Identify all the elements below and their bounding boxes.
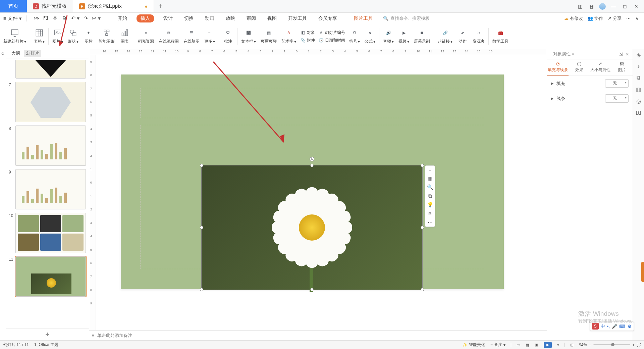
slide-thumb[interactable] bbox=[15, 60, 86, 79]
view-reading-icon[interactable]: ▣ bbox=[535, 343, 538, 347]
slide[interactable]: − ▦ 🔍 ⧉ 💡 ⧈ ⋯ bbox=[121, 74, 504, 289]
tool-collapse-icon[interactable]: − bbox=[429, 167, 432, 173]
ribbon-assets[interactable]: 🗂资源夹 bbox=[471, 27, 487, 46]
expand-icon[interactable]: ▶ bbox=[551, 97, 554, 100]
ribbon-attachment[interactable]: 📎附件 bbox=[300, 37, 316, 44]
slideshow-play-icon[interactable]: ▶ bbox=[544, 342, 552, 348]
ime-settings-icon[interactable]: ⚙ bbox=[628, 324, 632, 329]
tool-crop-icon[interactable]: ⧉ bbox=[428, 193, 432, 199]
undo-icon[interactable]: ↶ ▾ bbox=[71, 15, 79, 21]
zoom-in-icon[interactable]: + bbox=[632, 343, 635, 347]
prop-line-select[interactable]: 无 bbox=[605, 94, 629, 103]
resize-handle-ne[interactable] bbox=[421, 164, 424, 167]
mtab-dev[interactable]: 开发工具 bbox=[286, 14, 309, 22]
format-painter-icon[interactable]: ✂ ▾ bbox=[92, 15, 100, 21]
mtab-view[interactable]: 视图 bbox=[265, 14, 279, 22]
status-notes-toggle[interactable]: ≡ 备注 ▾ bbox=[490, 342, 505, 348]
ribbon-comment[interactable]: 🗨批注 bbox=[221, 27, 235, 46]
print-icon[interactable]: 🖶 bbox=[52, 15, 58, 21]
ribbon-flowchart[interactable]: ⧉在线流程图 bbox=[157, 27, 181, 46]
file-menu[interactable]: ≡ 文件 ▾ bbox=[2, 15, 23, 21]
ruler-toggle[interactable]: ⊞ bbox=[570, 343, 574, 347]
rotate-handle[interactable] bbox=[310, 157, 314, 161]
prop-close-icon[interactable]: ✕ bbox=[626, 52, 629, 57]
notes-toggle-icon[interactable]: ≡ bbox=[92, 333, 95, 338]
ribbon-symbol[interactable]: Ω符号▾ bbox=[347, 27, 362, 46]
ribbon-new-slide[interactable]: 新建幻灯片▾ bbox=[1, 27, 28, 46]
command-search[interactable]: 🔍 查找命令、搜索模板 bbox=[381, 14, 432, 22]
zoom-slider[interactable] bbox=[593, 344, 630, 345]
pane-tab-outline[interactable]: 大纲 bbox=[9, 50, 22, 57]
prop-pin-icon[interactable]: ⇲ bbox=[619, 52, 623, 57]
side-tab-handle[interactable] bbox=[641, 262, 644, 282]
ime-mic-icon[interactable]: 🎤 bbox=[612, 324, 617, 329]
prop-tab-size[interactable]: ⤢大小与属性 bbox=[590, 59, 611, 76]
preview-icon[interactable]: 🗎 bbox=[62, 15, 67, 21]
ribbon-datetime[interactable]: 🕓日期和时间 bbox=[318, 37, 346, 44]
tab-templates[interactable]: D 找稻壳模板 bbox=[27, 0, 73, 12]
ime-punct[interactable]: •, bbox=[607, 324, 610, 329]
ime-keyboard-icon[interactable]: ⌨ bbox=[619, 324, 626, 329]
tool-more-icon[interactable]: ⋯ bbox=[428, 219, 433, 225]
ribbon-table[interactable]: 表格▾ bbox=[32, 27, 47, 46]
tool-layout-icon[interactable]: ▦ bbox=[428, 176, 432, 182]
zoom-pct[interactable]: 94% bbox=[579, 343, 587, 347]
resize-handle-se[interactable] bbox=[421, 288, 424, 291]
ribbon-headerfooter[interactable]: ▤页眉页脚 bbox=[259, 27, 279, 46]
resize-handle-sw[interactable] bbox=[200, 288, 203, 291]
prop-tab-effect[interactable]: ◯效果 bbox=[569, 59, 590, 76]
ribbon-more[interactable]: ⋯更多▾ bbox=[202, 27, 217, 46]
notes-bar[interactable]: ≡ 单击此处添加备注 bbox=[89, 330, 547, 340]
maximize-icon[interactable]: ◻ bbox=[621, 4, 629, 9]
ribbon-slide-number[interactable]: #幻灯片编号 bbox=[318, 29, 346, 36]
tool-idea-icon[interactable]: 💡 bbox=[427, 202, 433, 208]
ribbon-chart[interactable]: 图表 bbox=[117, 27, 132, 46]
expand-icon[interactable]: ▶ bbox=[551, 82, 554, 85]
ribbon-smartart[interactable]: 智能图形 bbox=[97, 27, 117, 46]
ribbon-shapes[interactable]: 形状▾ bbox=[66, 27, 80, 46]
strip-book-icon[interactable]: 🕮 bbox=[636, 110, 641, 116]
mtab-start[interactable]: 开始 bbox=[116, 14, 129, 22]
tab-home[interactable]: 首页 bbox=[0, 0, 27, 12]
open-icon[interactable]: 🗁 bbox=[34, 15, 39, 21]
add-slide-button[interactable]: + bbox=[6, 328, 89, 340]
minimize-icon[interactable]: — bbox=[610, 4, 617, 9]
strip-location-icon[interactable]: ◎ bbox=[636, 98, 641, 104]
more-icon[interactable]: ⋯ bbox=[626, 16, 631, 21]
tab-add[interactable]: + bbox=[154, 0, 167, 12]
share-button[interactable]: ↗分享 bbox=[608, 15, 622, 21]
view-sorter-icon[interactable]: ▦ bbox=[526, 343, 529, 347]
redo-icon[interactable]: ↷ bbox=[84, 15, 88, 21]
mtab-animation[interactable]: 动画 bbox=[203, 14, 216, 22]
strip-diamond-icon[interactable]: ◈ bbox=[637, 52, 641, 58]
mtab-slideshow[interactable]: 放映 bbox=[224, 14, 237, 22]
save-icon[interactable]: 🖫 bbox=[43, 15, 48, 21]
pane-tab-slides[interactable]: 幻灯片 bbox=[24, 50, 41, 57]
tool-replace-icon[interactable]: ⧈ bbox=[428, 210, 432, 216]
prop-fill-select[interactable]: 无 bbox=[605, 79, 629, 88]
thumb-list[interactable]: 7 8 9 10 11 bbox=[6, 58, 89, 328]
mtab-review[interactable]: 审阅 bbox=[245, 14, 258, 22]
ribbon-equation[interactable]: π公式▾ bbox=[363, 27, 377, 46]
slide-thumb-10[interactable] bbox=[15, 213, 86, 253]
mtab-picture-tools[interactable]: 图片工具 bbox=[354, 15, 373, 21]
slide-thumb-8[interactable] bbox=[15, 126, 86, 166]
apps-icon[interactable]: ▦ bbox=[588, 4, 595, 9]
close-icon[interactable]: ✕ bbox=[633, 4, 640, 9]
pane-collapse-icon[interactable]: « bbox=[0, 49, 6, 340]
view-normal-icon[interactable]: ▭ bbox=[517, 343, 520, 347]
ribbon-screenrec[interactable]: ⏺屏幕录制 bbox=[412, 27, 432, 46]
ribbon-teach[interactable]: 🧰教学工具 bbox=[490, 27, 511, 46]
zoom-out-icon[interactable]: − bbox=[589, 343, 591, 347]
ribbon-object[interactable]: ◧对象 bbox=[300, 29, 316, 36]
status-beautify[interactable]: ✨智能美化 bbox=[463, 342, 485, 348]
zoom-fit-icon[interactable]: ⛶ bbox=[637, 343, 641, 347]
mtab-member[interactable]: 会员专享 bbox=[316, 14, 339, 22]
strip-layers-icon[interactable]: ▥ bbox=[636, 86, 641, 93]
ribbon-icons[interactable]: ✦图标 bbox=[81, 27, 96, 46]
unsaved-indicator[interactable]: ☁有修改 bbox=[564, 15, 583, 21]
slide-canvas[interactable]: − ▦ 🔍 ⧉ 💡 ⧈ ⋯ bbox=[96, 55, 547, 330]
ime-toolbar[interactable]: S 中 •, 🎤 ⌨ ⚙ bbox=[590, 321, 634, 331]
resize-handle-e[interactable] bbox=[421, 226, 424, 229]
prop-tab-fill[interactable]: ◔填充与线条 bbox=[547, 59, 569, 76]
